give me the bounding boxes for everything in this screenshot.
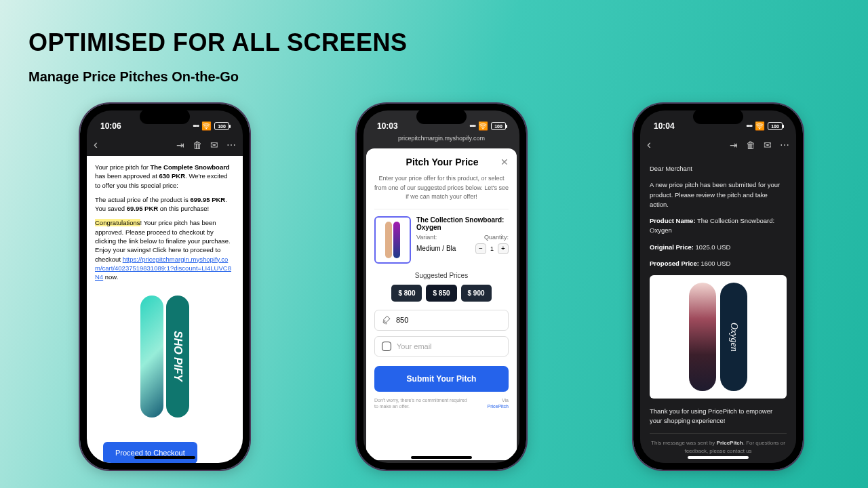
quantity-label: Quantity: [484, 234, 509, 241]
status-time: 10:03 [377, 121, 398, 131]
dynamic-island [693, 109, 743, 124]
wifi-icon: 🛜 [755, 121, 765, 131]
email-checkbox[interactable] [382, 342, 391, 351]
status-time: 10:04 [654, 121, 675, 131]
snowboard-trees [689, 283, 716, 391]
screen-1: 10:06 🛜 100 ‹ ⇥ 🗑 ✉ ⋯ Y [87, 110, 243, 463]
dynamic-island [416, 109, 467, 124]
proposed-price-row: Proposed Price: 1600 USD [650, 259, 787, 268]
greeting: Dear Merchant [650, 164, 787, 174]
chip-800[interactable]: $ 800 [391, 285, 422, 302]
back-icon[interactable]: ‹ [647, 138, 651, 152]
snowboard-teal [140, 296, 163, 418]
product-name-row: Product Name: The Collection Snowboard: … [650, 216, 787, 236]
chip-900[interactable]: $ 900 [461, 285, 492, 302]
page-title: OPTIMISED FOR ALL SCREENS [28, 28, 868, 57]
more-icon[interactable]: ⋯ [226, 140, 236, 150]
wifi-icon: 🛜 [478, 121, 488, 131]
email-placeholder: Your email [397, 342, 432, 350]
snowboard-shopify: SHO PIFY [166, 296, 189, 418]
price-input-row[interactable]: 🏷 [374, 310, 509, 331]
phone-2: 10:03 🛜 100 pricepitchmargin.myshopify.c… [357, 104, 526, 470]
home-indicator[interactable] [688, 456, 749, 459]
signal-icon [193, 123, 199, 129]
variant-label: Variant: [416, 234, 437, 241]
modal-subtitle: Enter your price offer for this product,… [374, 174, 509, 202]
modal-footer: Don't worry, there's no commitment requi… [374, 397, 509, 409]
email-footer: This message was sent by PricePitch. For… [650, 433, 787, 455]
signal-icon [746, 123, 752, 129]
dynamic-island [140, 109, 190, 124]
pitch-modal: Pitch Your Price ✕ Enter your price offe… [366, 148, 517, 460]
phone-3: 10:04 🛜 100 ‹ ⇥ 🗑 ✉ ⋯ Dear Merchant A n [633, 104, 803, 470]
email-line-1: Your price pitch for The Complete Snowbo… [95, 163, 235, 190]
brand-link[interactable]: PricePitch [487, 404, 509, 409]
status-icons: 🛜 100 [193, 121, 229, 131]
product-title: The Collection Snowboard: Oxygen [416, 216, 509, 231]
battery-icon: 100 [214, 122, 229, 130]
url-bar[interactable]: pricepitchmargin.myshopify.com [363, 134, 519, 146]
product-image: Oxygen [650, 275, 787, 399]
signal-icon [469, 123, 475, 129]
email-line-2: The actual price of the product is 699.9… [95, 195, 235, 214]
chip-850[interactable]: $ 850 [426, 285, 456, 302]
original-price-row: Original Price: 1025.0 USD [650, 243, 787, 252]
tag-icon: 🏷 [380, 313, 393, 327]
more-icon[interactable]: ⋯ [780, 140, 789, 150]
mail-toolbar: ‹ ⇥ 🗑 ✉ ⋯ [87, 134, 243, 156]
mail-toolbar: ‹ ⇥ 🗑 ✉ ⋯ [640, 134, 796, 156]
product-image: SHO PIFY [95, 296, 235, 418]
price-input[interactable] [396, 316, 501, 324]
page-subtitle: Manage Price Pitches On-the-Go [28, 69, 868, 85]
back-icon[interactable]: ‹ [94, 138, 98, 152]
trash-icon[interactable]: 🗑 [746, 140, 755, 150]
archive-icon[interactable]: ⇥ [730, 140, 738, 150]
submit-pitch-button[interactable]: Submit Your Pitch [374, 366, 509, 392]
phone-1: 10:06 🛜 100 ‹ ⇥ 🗑 ✉ ⋯ Y [80, 104, 250, 470]
home-indicator[interactable] [411, 456, 472, 459]
thumb-board-1 [385, 222, 392, 258]
status-time: 10:06 [100, 121, 121, 131]
home-indicator[interactable] [134, 456, 195, 459]
proceed-checkout-button[interactable]: Proceed to Checkout [103, 442, 197, 463]
trash-icon[interactable]: 🗑 [193, 140, 202, 150]
status-icons: 🛜 100 [469, 121, 506, 131]
qty-minus-button[interactable]: − [475, 243, 486, 254]
modal-title: Pitch Your Price [384, 157, 500, 167]
intro: A new price pitch has been submitted for… [650, 180, 787, 209]
qty-value: 1 [490, 245, 494, 252]
battery-icon: 100 [491, 122, 506, 130]
email-input-row[interactable]: Your email [374, 336, 509, 357]
qty-plus-button[interactable]: + [498, 243, 509, 254]
reply-icon[interactable]: ✉ [764, 140, 772, 150]
phones-row: 10:06 🛜 100 ‹ ⇥ 🗑 ✉ ⋯ Y [0, 104, 868, 470]
page-header: OPTIMISED FOR ALL SCREENS Manage Price P… [0, 0, 868, 85]
close-icon[interactable]: ✕ [500, 157, 509, 167]
reply-icon[interactable]: ✉ [210, 140, 218, 150]
quantity-stepper: − 1 + [475, 243, 509, 254]
status-icons: 🛜 100 [746, 121, 783, 131]
product-thumb[interactable] [374, 216, 411, 264]
product-row: The Collection Snowboard: Oxygen Variant… [374, 209, 509, 264]
battery-icon: 100 [768, 122, 783, 130]
email-content: Dear Merchant A new price pitch has been… [640, 156, 796, 463]
archive-icon[interactable]: ⇥ [176, 140, 184, 150]
snowboard-oxygen: Oxygen [720, 283, 747, 391]
variant-value[interactable]: Medium / Bla [416, 245, 456, 252]
email-line-3: Congratulations! Your price pitch has be… [95, 218, 235, 281]
screen-2: 10:03 🛜 100 pricepitchmargin.myshopify.c… [363, 110, 519, 463]
screen-3: 10:04 🛜 100 ‹ ⇥ 🗑 ✉ ⋯ Dear Merchant A n [640, 110, 796, 463]
suggested-label: Suggested Prices [374, 272, 509, 279]
thanks: Thank you for using PricePitch to empowe… [650, 407, 787, 426]
email-content: Your price pitch for The Complete Snowbo… [87, 156, 243, 463]
thumb-board-2 [393, 222, 400, 258]
wifi-icon: 🛜 [201, 121, 212, 131]
suggested-chips: $ 800 $ 850 $ 900 [374, 285, 509, 302]
